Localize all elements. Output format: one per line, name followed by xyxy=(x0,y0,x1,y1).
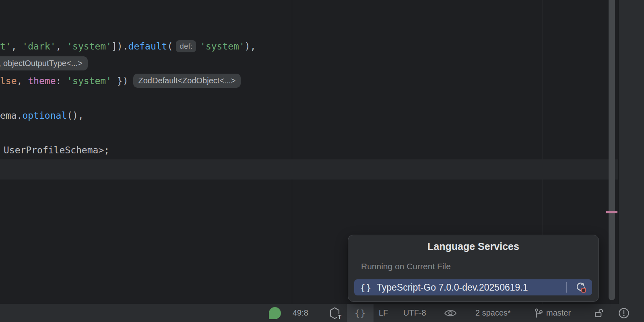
notifications-widget[interactable] xyxy=(618,304,630,322)
code-line[interactable]: lse, theme: 'system' })ZodDefault<ZodObj… xyxy=(0,72,241,89)
current-line-highlight xyxy=(0,159,618,180)
code-token: , xyxy=(56,41,67,52)
inlay-parameter-hint[interactable]: def: xyxy=(176,40,196,52)
code-token: : xyxy=(56,76,67,86)
restart-service-button[interactable] xyxy=(574,281,588,293)
code-line[interactable]: , objectOutputType<...> xyxy=(0,55,88,72)
code-token: theme xyxy=(28,76,56,86)
code-line[interactable]: UserProfileSchema>; xyxy=(4,141,109,159)
ide-window: t', 'dark', 'system']).default(def:'syst… xyxy=(0,0,644,322)
right-tool-strip xyxy=(618,0,644,322)
code-token: ema. xyxy=(0,110,22,121)
indent-widget[interactable]: 2 spaces* xyxy=(475,304,511,322)
code-token: optional xyxy=(22,110,67,121)
inlay-type-hint[interactable]: , objectOutputType<...> xyxy=(0,56,88,70)
code-token: UserProfileSchema>; xyxy=(4,145,109,155)
reader-mode-widget[interactable] xyxy=(444,304,457,322)
scrollbar-stripe-marker[interactable] xyxy=(606,211,617,213)
file-lock-widget[interactable] xyxy=(593,304,605,322)
git-branch-widget[interactable]: master xyxy=(534,304,571,322)
language-service-row[interactable]: {} TypeScript-Go 7.0.0-dev.20250619.1 xyxy=(354,279,592,295)
service-name: TypeScript-Go 7.0.0-dev.20250619.1 xyxy=(377,282,528,293)
eye-icon xyxy=(444,309,457,318)
visual-guide-line xyxy=(292,0,292,304)
code-token: default xyxy=(128,41,167,52)
branch-label: master xyxy=(546,308,571,318)
code-token: , xyxy=(11,41,23,52)
caret-position-label: 49:8 xyxy=(293,308,308,318)
line-separator-widget[interactable]: LF xyxy=(379,304,388,322)
inlay-type-hint[interactable]: ZodDefault<ZodObject<...> xyxy=(133,74,241,88)
caret-position-widget[interactable]: 49:8 xyxy=(293,304,308,322)
restart-icon xyxy=(575,281,587,293)
braces-icon: {} xyxy=(360,283,372,293)
code-token: , xyxy=(17,76,28,86)
popup-section-label: Running on Current File xyxy=(361,262,451,271)
code-token: 'system' xyxy=(67,76,111,86)
braces-icon: {} xyxy=(355,308,366,318)
encoding-label: UTF-8 xyxy=(403,308,426,318)
inspections-status-widget[interactable] xyxy=(269,304,281,322)
indent-label: 2 spaces* xyxy=(475,308,511,318)
language-services-popup: Language Services Running on Current Fil… xyxy=(348,235,599,302)
code-token: 'system' xyxy=(67,41,111,52)
typescript-hexagon-icon: T xyxy=(329,307,340,319)
code-token: lse xyxy=(0,76,17,86)
code-token: (), xyxy=(67,110,84,121)
code-token: 'system' xyxy=(200,41,245,52)
git-branch-icon xyxy=(534,308,543,318)
typescript-service-widget[interactable]: T xyxy=(329,304,340,322)
code-token: 'dark' xyxy=(22,41,56,52)
green-status-blob-icon xyxy=(269,307,281,319)
row-separator xyxy=(566,282,567,293)
code-token: ), xyxy=(245,41,256,52)
code-token: ]). xyxy=(111,41,128,52)
encoding-widget[interactable]: UTF-8 xyxy=(403,304,426,322)
code-token: }) xyxy=(111,76,128,86)
error-circle-icon xyxy=(618,308,630,319)
status-bar: 49:8 T {} LF UTF-8 2 spaces xyxy=(0,304,644,322)
code-line[interactable]: t', 'dark', 'system']).default(def:'syst… xyxy=(0,37,256,55)
line-separator-label: LF xyxy=(379,308,388,318)
code-token: t' xyxy=(0,41,11,52)
unlocked-padlock-icon xyxy=(593,308,605,319)
code-line[interactable]: ema.optional(), xyxy=(0,107,84,124)
popup-title: Language Services xyxy=(348,241,599,252)
language-services-widget[interactable]: {} xyxy=(347,304,374,322)
vertical-scrollbar-thumb[interactable] xyxy=(609,0,615,300)
code-token: ( xyxy=(167,41,173,52)
